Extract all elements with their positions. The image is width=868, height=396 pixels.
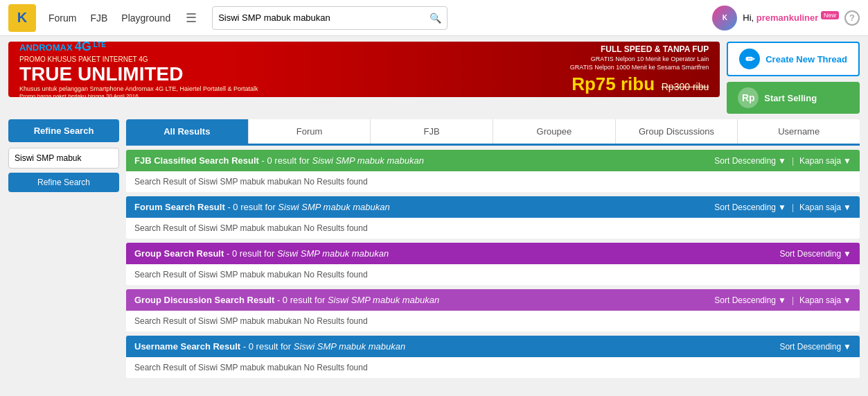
section-body-group-discussion: Search Result of Siswi SMP mabuk mabukan…: [126, 311, 860, 332]
section-group-discussion: Group Discussion Search Result - 0 resul…: [126, 289, 860, 332]
results-area: All Results Forum FJB Groupee Group Disc…: [126, 119, 860, 378]
section-username: Username Search Result - 0 result for Si…: [126, 336, 860, 378]
section-body-fjb: Search Result of Siswi SMP mabuk mabukan…: [126, 171, 860, 192]
separator: |: [792, 203, 794, 212]
create-thread-button[interactable]: ✏ Create New Thread: [727, 42, 860, 76]
hamburger-icon[interactable]: ☰: [183, 8, 200, 28]
sidebar-search-input[interactable]: [8, 148, 119, 169]
logo[interactable]: K: [8, 4, 36, 32]
banner-price-cross: Rp300 ribu: [662, 81, 709, 92]
start-selling-button[interactable]: Rp Start Selling: [727, 82, 860, 114]
search-input[interactable]: [218, 12, 429, 23]
section-forum: Forum Search Result - 0 result for Siswi…: [126, 196, 860, 239]
banner-gratis1: GRATIS Nelpon 10 Menit ke Operator Lain: [570, 55, 709, 62]
chevron-down-icon: ▼: [778, 295, 786, 305]
section-body-forum: Search Result of Siswi SMP mabuk mabukan…: [126, 218, 860, 239]
extra-filter-button-fjb[interactable]: Kapan saja ▼: [799, 156, 851, 166]
banner-promo-note: Promo harga paket berlaku hingga 30 Apri…: [19, 93, 563, 97]
tab-all-results[interactable]: All Results: [126, 119, 249, 144]
section-title-group: Group Search Result - 0 result for Siswi…: [134, 248, 389, 259]
search-bar: 🔍: [212, 6, 448, 30]
tab-group-discussions[interactable]: Group Discussions: [616, 119, 738, 144]
sort-button-group[interactable]: Sort Descending ▼: [779, 249, 851, 259]
chevron-down-icon: ▼: [843, 156, 851, 166]
tabs: All Results Forum FJB Groupee Group Disc…: [126, 119, 860, 146]
section-group: Group Search Result - 0 result for Siswi…: [126, 243, 860, 285]
banner-main-title: TRUE UNLIMITED: [19, 64, 563, 84]
section-title-group-discussion: Group Discussion Search Result - 0 resul…: [134, 295, 439, 305]
new-badge: New: [821, 11, 839, 19]
section-fjb: FJB Classified Search Result - 0 result …: [126, 150, 860, 192]
header: K Forum FJB Playground ☰ 🔍 K Hi, premank…: [0, 0, 868, 36]
nav-playground[interactable]: Playground: [121, 12, 170, 24]
sidebar-refine-button[interactable]: Refine Search: [8, 173, 119, 192]
chevron-down-icon: ▼: [843, 203, 851, 212]
chevron-down-icon: ▼: [778, 203, 786, 212]
section-header-group: Group Search Result - 0 result for Siswi…: [126, 243, 860, 264]
section-controls-fjb: Sort Descending ▼|Kapan saja ▼: [714, 156, 851, 166]
banner-sub: Khusus untuk pelanggan Smartphone Androm…: [19, 85, 563, 92]
tab-forum[interactable]: Forum: [249, 119, 371, 144]
sort-button-username[interactable]: Sort Descending ▼: [779, 342, 851, 352]
chevron-down-icon: ▼: [843, 249, 851, 259]
search-icon[interactable]: 🔍: [429, 12, 441, 24]
extra-filter-button-forum[interactable]: Kapan saja ▼: [799, 203, 851, 212]
tab-username[interactable]: Username: [738, 119, 860, 144]
banner-price: Rp75 ribu: [572, 74, 655, 94]
section-controls-group-discussion: Sort Descending ▼|Kapan saja ▼: [714, 295, 851, 305]
section-body-group: Search Result of Siswi SMP mabuk mabukan…: [126, 264, 860, 285]
username-label: premankuliner: [756, 13, 819, 24]
start-selling-label: Start Selling: [764, 93, 817, 103]
chevron-down-icon: ▼: [778, 156, 786, 166]
section-controls-username: Sort Descending ▼: [779, 342, 851, 352]
extra-filter-button-group-discussion[interactable]: Kapan saja ▼: [799, 295, 851, 305]
banner-brand: ANDROMAX 4G LTE: [19, 42, 563, 54]
greeting-label: Hi,: [743, 13, 754, 24]
section-title-fjb: FJB Classified Search Result - 0 result …: [134, 155, 424, 166]
section-controls-forum: Sort Descending ▼|Kapan saja ▼: [714, 203, 851, 212]
section-header-group-discussion: Group Discussion Search Result - 0 resul…: [126, 289, 860, 311]
section-controls-group: Sort Descending ▼: [779, 249, 851, 259]
separator: |: [792, 156, 794, 166]
create-thread-icon: ✏: [739, 49, 760, 69]
nav-fjb[interactable]: FJB: [90, 12, 107, 24]
main-container: Refine Search Refine Search All Results …: [8, 119, 860, 378]
logo-letter: K: [17, 10, 27, 26]
sort-button-fjb[interactable]: Sort Descending ▼: [714, 156, 786, 166]
sort-button-group-discussion[interactable]: Sort Descending ▼: [714, 295, 786, 305]
banner-gratis2: GRATIS Nelpon 1000 Menit ke Sesama Smart…: [570, 64, 709, 71]
separator: |: [792, 295, 794, 305]
section-header-fjb: FJB Classified Search Result - 0 result …: [126, 150, 860, 171]
avatar: K: [712, 6, 737, 31]
chevron-down-icon: ▼: [843, 342, 851, 352]
chevron-down-icon: ▼: [843, 295, 851, 305]
banner-fullspeed: FULL SPEED & TANPA FUP: [570, 44, 709, 54]
banner-promo-title: PROMO KHUSUS PAKET INTERNET 4G: [19, 55, 563, 63]
create-thread-label: Create New Thread: [765, 54, 847, 64]
sidebar: Refine Search Refine Search: [8, 119, 119, 378]
tab-fjb[interactable]: FJB: [371, 119, 493, 144]
nav-forum[interactable]: Forum: [48, 12, 76, 24]
section-body-username: Search Result of Siswi SMP mabuk mabukan…: [126, 357, 860, 378]
banner: ANDROMAX 4G LTE PROMO KHUSUS PAKET INTER…: [8, 42, 720, 97]
greeting-text: Hi, premankuliner New: [743, 12, 839, 23]
main-nav: Forum FJB Playground: [48, 12, 170, 24]
start-selling-icon: Rp: [738, 87, 759, 108]
section-header-username: Username Search Result - 0 result for Si…: [126, 336, 860, 357]
refine-search-title[interactable]: Refine Search: [8, 119, 119, 142]
sort-button-forum[interactable]: Sort Descending ▼: [714, 203, 786, 212]
header-right: K Hi, premankuliner New ?: [712, 6, 860, 31]
section-title-forum: Forum Search Result - 0 result for Siswi…: [134, 202, 390, 212]
help-icon[interactable]: ?: [844, 10, 860, 26]
section-title-username: Username Search Result - 0 result for Si…: [134, 341, 405, 352]
tab-groupee[interactable]: Groupee: [493, 119, 616, 144]
sections-container: FJB Classified Search Result - 0 result …: [126, 150, 860, 378]
section-header-forum: Forum Search Result - 0 result for Siswi…: [126, 196, 860, 218]
